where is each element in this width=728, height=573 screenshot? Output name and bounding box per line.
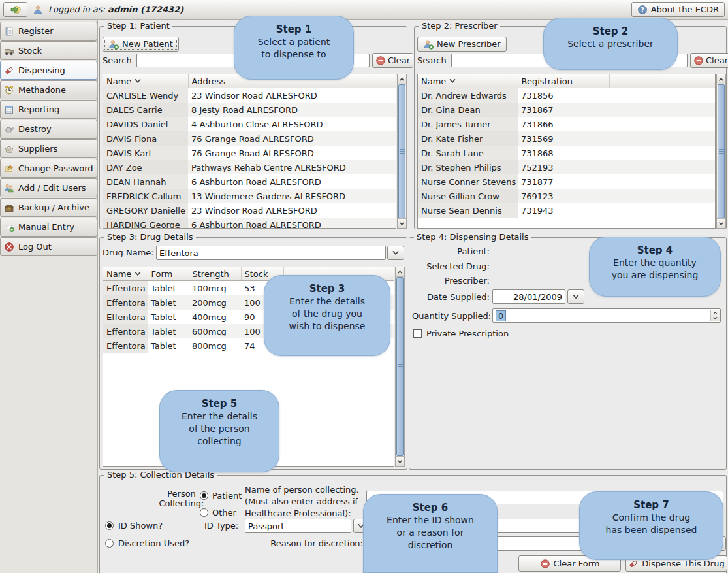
table-row[interactable]: Dr. Sarah Lane731868 [418, 146, 715, 160]
new-patient-button[interactable]: New Patient [103, 37, 179, 52]
table-cell: Effentora [103, 281, 148, 296]
drug-column-form[interactable]: Form [148, 267, 189, 281]
new-person-icon [108, 39, 119, 50]
drug-scrollbar-thumb[interactable] [396, 277, 404, 456]
basket-icon [4, 144, 14, 154]
table-cell: Effentora [103, 310, 148, 324]
sidebar-item-register[interactable]: Register [0, 22, 97, 41]
prescriber-readout-label: Prescriber: [412, 276, 490, 286]
patient-clear-button[interactable]: Clear [372, 53, 413, 68]
table-row[interactable]: DEAN Hannah6 Ashburton Road ALRESFORD [103, 174, 396, 189]
quantity-supplied-field[interactable]: 0 [492, 308, 721, 323]
table-cell: 800mcg [189, 338, 241, 353]
scroll-up-icon[interactable] [398, 74, 406, 84]
table-cell: Nurse Conner Stevens [418, 174, 518, 189]
id-shown-radio[interactable] [105, 521, 114, 530]
table-row[interactable]: DAY ZoePathways Rehab Centre ALRESFORD [103, 160, 396, 174]
table-cell: Effentora [103, 338, 148, 353]
table-row[interactable]: DALES Carrie8 Jesty Road ALRESFORD [103, 103, 396, 117]
scroll-down-icon[interactable] [717, 218, 725, 228]
sidebar-item-change-password[interactable]: Change Password [0, 159, 97, 178]
prescriber-column-registration[interactable]: Registration [518, 74, 609, 88]
new-prescriber-button[interactable]: New Prescriber [417, 37, 507, 52]
table-cell: 8 Jesty Road ALRESFORD [188, 103, 372, 117]
table-row[interactable]: Dr. Andrew Edwards731856 [418, 88, 715, 103]
table-cell: Tablet [148, 338, 189, 353]
id-type-combobox[interactable]: Passport [245, 519, 351, 533]
id-type-label: ID Type: [204, 521, 238, 531]
discretion-used-radio[interactable] [105, 539, 114, 548]
table-row[interactable]: CARLISLE Wendy23 Windsor Road ALRESFORD [103, 88, 396, 103]
drug-column-name[interactable]: Name [103, 267, 148, 281]
drug-scrollbar[interactable] [395, 267, 405, 467]
table-row[interactable]: FREDRICK Callum13 Windemere Gardens ALRE… [103, 189, 396, 203]
table-row[interactable]: HARDING George6 Ashburton Road ALRESFORD [103, 218, 396, 229]
quantity-spinner[interactable] [710, 310, 720, 321]
patient-column-name[interactable]: Name [103, 74, 188, 88]
table-cell: 6 Ashburton Road ALRESFORD [188, 218, 372, 229]
drug-name-label: Drug Name: [103, 248, 154, 257]
scroll-up-icon[interactable] [396, 267, 404, 277]
date-supplied-field[interactable]: 28/01/2009 [492, 289, 565, 304]
switch-user-button[interactable] [3, 2, 27, 17]
table-row[interactable]: DAVIS Karl76 Grange Road ALRESFORD [103, 146, 396, 160]
patient-scrollbar-thumb[interactable] [398, 84, 405, 218]
sidebar-item-reporting[interactable]: Reporting [0, 100, 97, 119]
step4-legend: Step 4: Dispensing Details [414, 232, 531, 242]
prescriber-scrollbar-thumb[interactable] [718, 84, 725, 218]
sidebar-item-backup-archive[interactable]: Backup / Archive [0, 198, 97, 217]
date-dropdown-button[interactable] [567, 289, 584, 304]
sidebar-item-stock[interactable]: Stock [0, 41, 97, 60]
alarm-clock-icon [4, 85, 14, 95]
table-row[interactable]: Dr. James Turner731866 [418, 117, 715, 131]
table-row[interactable]: DAVIDS Daniel4 Ashburton Close ALRESFORD [103, 117, 396, 131]
id-shown-label: ID Shown? [118, 521, 163, 531]
sidebar-item-dispensing[interactable]: Dispensing [0, 61, 97, 80]
notebook-icon [4, 26, 14, 37]
about-button[interactable]: About the ECDR [631, 2, 725, 17]
table-cell: Dr. Andrew Edwards [418, 88, 518, 103]
sidebar-item-suppliers[interactable]: Suppliers [0, 139, 97, 158]
table-cell: 731867 [518, 103, 609, 117]
spin-up-icon [712, 310, 718, 316]
person-collecting-other-radio[interactable] [200, 508, 208, 517]
table-cell [372, 218, 396, 229]
sidebar-item-manual-entry[interactable]: Manual Entry [0, 218, 97, 237]
prescriber-scrollbar[interactable] [716, 74, 726, 229]
private-prescription-checkbox[interactable] [413, 329, 422, 338]
tooltip-step7: Step 7Confirm the drug has been dispense… [579, 491, 723, 560]
drug-name-combobox[interactable]: Effentora [156, 246, 386, 260]
prescriber-clear-button[interactable]: Clear [690, 53, 728, 68]
table-row[interactable]: Dr. Gina Dean731867 [418, 103, 715, 117]
table-row[interactable]: DAVIS Fiona76 Grange Road ALRESFORD [103, 131, 396, 146]
table-row[interactable]: Nurse Sean Dennis731943 [418, 203, 715, 218]
discretion-used-label: Discretion Used? [118, 538, 189, 548]
sidebar-item-methadone[interactable]: Methadone [0, 80, 97, 99]
sidebar-item-log-out[interactable]: Log Out [0, 237, 97, 256]
sidebar-item-destroy[interactable]: Destroy [0, 120, 97, 139]
table-row[interactable]: Nurse Conner Stevens731877 [418, 174, 715, 189]
table-row[interactable]: Nurse Gillian Crow769123 [418, 189, 715, 203]
drug-column-strength[interactable]: Strength [189, 267, 241, 281]
prescriber-column-filler [609, 74, 715, 88]
table-cell: Dr. Gina Dean [418, 103, 518, 117]
table-cell: 6 Ashburton Road ALRESFORD [188, 174, 372, 189]
scroll-down-icon[interactable] [398, 218, 406, 228]
prescriber-column-name[interactable]: Name [418, 74, 518, 88]
patient-scrollbar[interactable] [397, 74, 407, 229]
table-row[interactable]: Dr. Kate Fisher731569 [418, 131, 715, 146]
person-collecting-patient-radio[interactable] [200, 491, 208, 500]
sort-chevron-icon [134, 77, 142, 85]
prescriber-table-header: Name Registration [418, 74, 715, 88]
drug-name-dropdown-button[interactable] [387, 246, 404, 260]
sort-chevron-icon [134, 270, 142, 278]
person-collecting-patient-label: Patient [212, 491, 242, 500]
password-icon [4, 163, 14, 174]
scroll-up-icon[interactable] [717, 74, 725, 84]
table-row[interactable]: GREGORY Danielle23 Windsor Road ALRESFOR… [103, 203, 396, 218]
table-cell: Tablet [148, 295, 189, 310]
table-cell [609, 117, 715, 131]
table-row[interactable]: Dr. Stephen Philips752193 [418, 160, 715, 174]
sidebar-item-add-edit-users[interactable]: Add / Edit Users [0, 178, 97, 197]
scroll-down-icon[interactable] [396, 456, 404, 466]
